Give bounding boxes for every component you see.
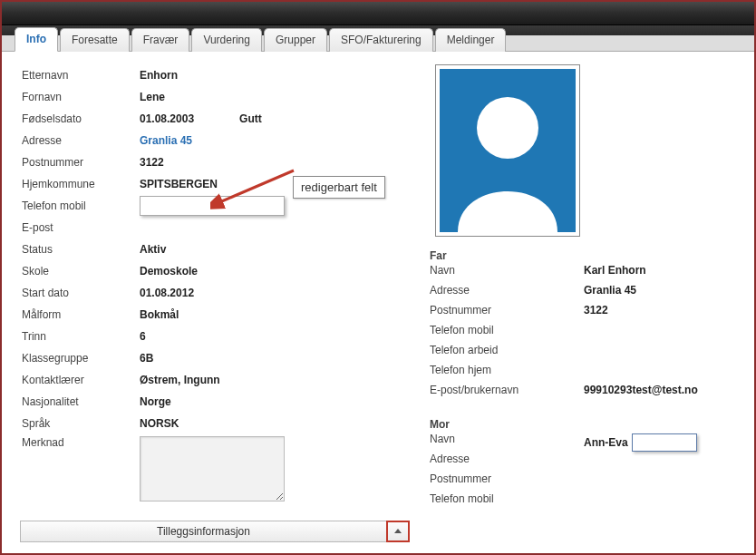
label-epost: E-post bbox=[22, 221, 140, 234]
student-photo bbox=[435, 64, 580, 237]
label-far-adresse: Adresse bbox=[430, 284, 584, 304]
expander-button[interactable]: Tilleggsinformasjon bbox=[20, 521, 387, 542]
value-far-postnummer: 3122 bbox=[584, 304, 608, 324]
value-start-dato: 01.08.2012 bbox=[140, 287, 194, 299]
label-mor-navn: Navn bbox=[430, 433, 584, 453]
value-status: Aktiv bbox=[140, 243, 166, 256]
section-mor: Mor bbox=[430, 418, 738, 431]
label-far-telefon-hjem: Telefon hjem bbox=[430, 364, 584, 384]
input-merknad[interactable] bbox=[140, 436, 285, 501]
label-far-postnummer: Postnummer bbox=[430, 304, 584, 324]
value-far-navn: Karl Enhorn bbox=[584, 264, 646, 284]
value-fodselsdato: 01.08.2003 bbox=[140, 112, 194, 125]
label-etternavn: Etternavn bbox=[22, 69, 140, 82]
label-merknad: Merknad bbox=[22, 436, 140, 449]
tab-strip: Info Foresatte Fravær Vurdering Grupper … bbox=[2, 25, 754, 51]
input-mor-navn[interactable] bbox=[632, 433, 697, 452]
student-details-column: EtternavnEnhorn FornavnLene Fødselsdato0… bbox=[22, 64, 402, 512]
label-hjemkommune: Hjemkommune bbox=[22, 178, 140, 190]
input-telefon-mobil[interactable] bbox=[140, 196, 285, 216]
tooltip-redigerbart: redigerbart felt bbox=[293, 176, 385, 199]
label-far-navn: Navn bbox=[430, 264, 584, 284]
value-mor-navn-prefix: Ann-Eva bbox=[584, 436, 628, 449]
tab-vurdering[interactable]: Vurdering bbox=[191, 28, 262, 52]
value-far-adresse: Granlia 45 bbox=[584, 284, 636, 304]
label-kontaktlaerer: Kontaktlærer bbox=[22, 374, 140, 386]
tab-sfo-fakturering[interactable]: SFO/Fakturering bbox=[329, 28, 433, 52]
tab-fravaer[interactable]: Fravær bbox=[131, 28, 190, 52]
label-far-telefon-arbeid: Telefon arbeid bbox=[430, 344, 584, 364]
value-nasjonalitet: Norge bbox=[140, 395, 171, 408]
value-hjemkommune: SPITSBERGEN bbox=[140, 178, 218, 190]
avatar-placeholder-icon bbox=[440, 69, 576, 232]
value-postnummer: 3122 bbox=[140, 156, 164, 169]
expander-tilleggsinformasjon: Tilleggsinformasjon bbox=[20, 521, 410, 542]
label-nasjonalitet: Nasjonalitet bbox=[22, 395, 140, 408]
tab-info[interactable]: Info bbox=[15, 27, 58, 52]
label-klassegruppe: Klassegruppe bbox=[22, 352, 140, 365]
label-fornavn: Fornavn bbox=[22, 91, 140, 103]
label-skole: Skole bbox=[22, 265, 140, 278]
label-status: Status bbox=[22, 243, 140, 256]
value-klassegruppe: 6B bbox=[140, 352, 153, 365]
label-malform: Målform bbox=[22, 308, 140, 321]
value-sprak: NORSK bbox=[140, 417, 179, 430]
label-mor-adresse: Adresse bbox=[430, 453, 584, 472]
label-mor-postnummer: Postnummer bbox=[430, 472, 584, 492]
label-fodselsdato: Fødselsdato bbox=[22, 112, 140, 125]
label-adresse: Adresse bbox=[22, 134, 140, 147]
label-trinn: Trinn bbox=[22, 330, 140, 343]
label-telefon-mobil: Telefon mobil bbox=[22, 200, 140, 212]
guardian-column: Far NavnKarl Enhorn AdresseGranlia 45 Po… bbox=[402, 64, 738, 512]
content-area: EtternavnEnhorn FornavnLene Fødselsdato0… bbox=[2, 52, 754, 516]
value-etternavn: Enhorn bbox=[140, 69, 178, 82]
label-far-epost: E-post/brukernavn bbox=[430, 384, 584, 404]
section-far: Far bbox=[430, 249, 738, 262]
tab-foresatte[interactable]: Foresatte bbox=[60, 28, 130, 52]
value-skole: Demoskole bbox=[140, 265, 198, 278]
value-kontaktlaerer: Østrem, Ingunn bbox=[140, 374, 220, 386]
label-sprak: Språk bbox=[22, 417, 140, 430]
svg-point-1 bbox=[477, 97, 538, 159]
value-trinn: 6 bbox=[140, 330, 146, 343]
value-malform: Bokmål bbox=[140, 308, 179, 321]
label-start-dato: Start dato bbox=[22, 287, 140, 299]
label-postnummer: Postnummer bbox=[22, 156, 140, 169]
expander-toggle[interactable] bbox=[386, 521, 410, 542]
label-far-telefon-mobil: Telefon mobil bbox=[430, 324, 584, 344]
tab-meldinger[interactable]: Meldinger bbox=[435, 28, 507, 52]
tab-grupper[interactable]: Grupper bbox=[264, 28, 327, 52]
label-mor-telefon-mobil: Telefon mobil bbox=[430, 492, 584, 512]
value-kjonn: Gutt bbox=[239, 112, 262, 125]
value-far-epost: 99910293test@test.no bbox=[584, 384, 698, 404]
chevron-up-icon bbox=[393, 527, 402, 536]
value-adresse-link[interactable]: Granlia 45 bbox=[140, 134, 192, 147]
window-titlebar bbox=[2, 2, 754, 25]
value-fornavn: Lene bbox=[140, 91, 165, 103]
